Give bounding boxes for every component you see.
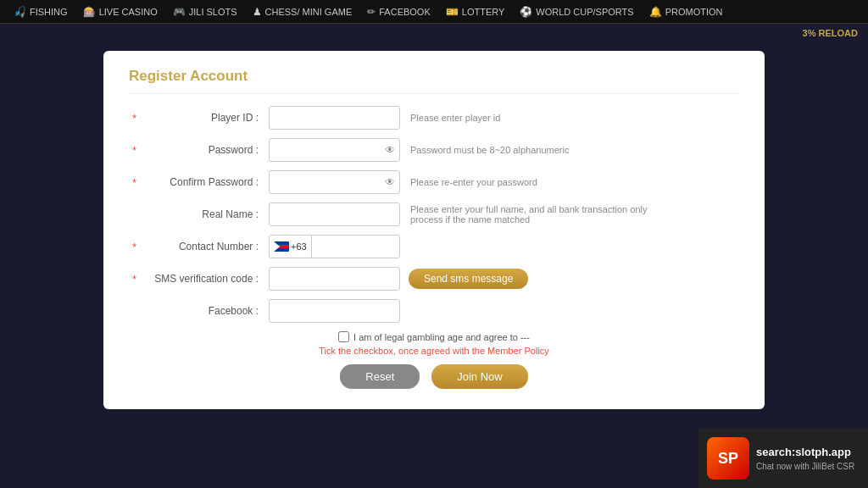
sms-code-label: * SMS verification code : bbox=[129, 273, 269, 285]
real-name-input[interactable] bbox=[269, 202, 400, 226]
required-marker: * bbox=[132, 273, 136, 286]
confirm-password-label: * Confirm Password : bbox=[129, 176, 269, 188]
nav-fishing[interactable]: 🎣 FISHING bbox=[7, 6, 75, 18]
confirm-password-input-wrap: 👁 bbox=[269, 170, 400, 194]
world-cup-icon: ⚽ bbox=[520, 6, 532, 18]
facebook-input-wrap bbox=[269, 299, 400, 323]
player-id-hint: Please enter player id bbox=[410, 113, 500, 123]
sms-code-input[interactable] bbox=[269, 267, 400, 291]
agree-checkbox-row: I am of legal gambling age and agree to … bbox=[129, 331, 739, 342]
phone-flag-selector[interactable]: +63 bbox=[270, 236, 312, 258]
top-navigation: 🎣 FISHING 🎰 LIVE CASINO 🎮 JILI SLOTS ♟ C… bbox=[0, 0, 868, 24]
facebook-label: Facebook : bbox=[129, 305, 269, 317]
nav-chess-mini-game[interactable]: ♟ CHESS/ MINI GAME bbox=[246, 6, 359, 18]
password-hint: Password must be 8~20 alphanumeric bbox=[410, 145, 569, 155]
real-name-input-wrap bbox=[269, 202, 400, 226]
country-code: +63 bbox=[291, 241, 307, 252]
nav-live-casino[interactable]: 🎰 LIVE CASINO bbox=[76, 6, 164, 18]
sms-code-row: * SMS verification code : Send sms messa… bbox=[129, 267, 739, 291]
send-sms-button[interactable]: Send sms message bbox=[409, 269, 528, 289]
contact-number-input[interactable] bbox=[312, 236, 388, 258]
password-eye-icon[interactable]: 👁 bbox=[385, 144, 395, 156]
facebook-icon: ✏ bbox=[367, 6, 376, 18]
contact-number-row: * Contact Number : +63 bbox=[129, 235, 739, 258]
nav-world-cup[interactable]: ⚽ WORLD CUP/SPORTS bbox=[513, 6, 640, 18]
password-label: * Password : bbox=[129, 144, 269, 156]
player-id-input[interactable] bbox=[269, 106, 400, 130]
password-input[interactable] bbox=[269, 138, 400, 162]
chat-subtitle: Chat now with JiliBet CSR bbox=[756, 462, 854, 471]
player-id-row: * Player ID : Please enter player id bbox=[129, 106, 739, 130]
chess-icon: ♟ bbox=[253, 6, 262, 18]
confirm-password-hint: Please re-enter your password bbox=[410, 177, 537, 187]
nav-promotion[interactable]: 🔔 PROMOTION bbox=[643, 6, 730, 18]
chat-text-block: search:slotph.app Chat now with JiliBet … bbox=[756, 446, 854, 471]
password-row: * Password : 👁 Password must be 8~20 alp… bbox=[129, 138, 739, 162]
facebook-row: Facebook : bbox=[129, 299, 739, 323]
confirm-password-row: * Confirm Password : 👁 Please re-enter y… bbox=[129, 170, 739, 194]
reset-button[interactable]: Reset bbox=[340, 364, 420, 389]
real-name-label: Real Name : bbox=[129, 208, 269, 220]
required-marker: * bbox=[132, 144, 136, 157]
fishing-icon: 🎣 bbox=[14, 6, 26, 18]
real-name-hint: Please enter your full name, and all ban… bbox=[410, 204, 682, 225]
real-name-row: Real Name : Please enter your full name,… bbox=[129, 202, 739, 226]
form-buttons: Reset Join Now bbox=[129, 364, 739, 389]
sms-input-wrap: Send sms message bbox=[269, 267, 528, 291]
contact-number-label: * Contact Number : bbox=[129, 241, 269, 252]
confirm-password-eye-icon[interactable]: 👁 bbox=[385, 176, 395, 188]
nav-facebook[interactable]: ✏ FACEBOOK bbox=[360, 6, 437, 18]
card-title: Register Account bbox=[129, 68, 739, 94]
player-id-input-wrap bbox=[269, 106, 400, 130]
agree-label: I am of legal gambling age and agree to … bbox=[353, 332, 530, 342]
phone-input-wrap: +63 bbox=[269, 235, 400, 258]
required-marker: * bbox=[132, 241, 136, 253]
nav-lottery[interactable]: 🎫 LOTTERY bbox=[439, 6, 512, 18]
jili-slots-icon: 🎮 bbox=[173, 6, 186, 18]
reload-bar: 3% RELOAD bbox=[0, 24, 868, 42]
required-marker: * bbox=[132, 112, 136, 125]
agree-checkbox[interactable] bbox=[338, 331, 349, 342]
reload-text: 3% RELOAD bbox=[803, 28, 858, 38]
chat-widget[interactable]: SP search:slotph.app Chat now with JiliB… bbox=[698, 429, 868, 488]
philippines-flag-icon bbox=[274, 241, 289, 252]
player-id-label: * Player ID : bbox=[129, 112, 269, 124]
required-marker: * bbox=[132, 176, 136, 189]
confirm-password-input[interactable] bbox=[269, 170, 400, 194]
chat-logo: SP bbox=[707, 437, 749, 480]
promotion-icon: 🔔 bbox=[649, 6, 662, 18]
main-area: Register Account * Player ID : Please en… bbox=[0, 42, 868, 488]
lottery-icon: 🎫 bbox=[446, 6, 459, 18]
password-input-wrap: 👁 bbox=[269, 138, 400, 162]
live-casino-icon: 🎰 bbox=[83, 6, 96, 18]
chat-site-name: search:slotph.app bbox=[756, 446, 854, 458]
policy-warning: Tick the checkbox, once agreed with the … bbox=[129, 346, 739, 356]
nav-jili-slots[interactable]: 🎮 JILI SLOTS bbox=[166, 6, 244, 18]
join-now-button[interactable]: Join Now bbox=[431, 364, 527, 389]
register-card: Register Account * Player ID : Please en… bbox=[103, 51, 765, 409]
facebook-input[interactable] bbox=[269, 299, 400, 323]
